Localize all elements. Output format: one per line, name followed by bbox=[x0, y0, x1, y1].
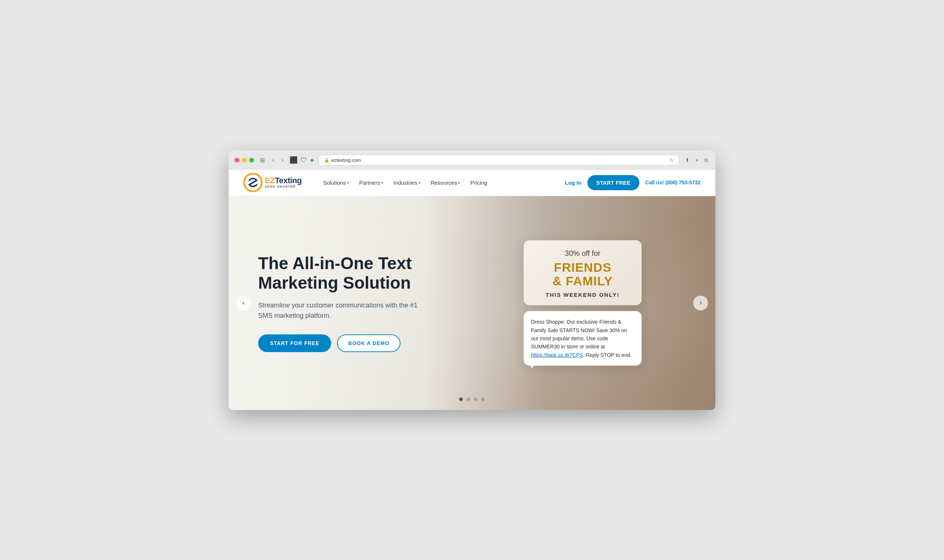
carousel-dots bbox=[459, 397, 485, 401]
hero-subtitle: Streamline your customer communications … bbox=[258, 300, 420, 322]
sms-text-after-link: . Reply STOP to end. bbox=[583, 352, 632, 358]
logo-ez-text: EZTexting bbox=[265, 176, 302, 185]
login-link[interactable]: Log In bbox=[565, 180, 582, 186]
sms-message-bubble: Dress Shoppe: Our exclusive Friends & Fa… bbox=[524, 311, 642, 366]
start-free-hero-button[interactable]: START FOR FREE bbox=[258, 334, 331, 352]
nav-resources[interactable]: Resources ▾ bbox=[427, 177, 464, 189]
new-tab-button[interactable]: + bbox=[694, 156, 700, 164]
carousel-dot-3[interactable] bbox=[474, 397, 477, 401]
carousel-next-button[interactable]: › bbox=[693, 296, 708, 311]
sms-link[interactable]: https://tapit.us.W7CPS bbox=[531, 352, 583, 358]
hero-buttons: START FOR FREE BOOK A DEMO bbox=[258, 334, 420, 352]
hero-content: The All-in-One Text Marketing Solution S… bbox=[229, 232, 450, 374]
nav-call: Call us! (800) 753-5732 bbox=[645, 180, 701, 185]
close-button[interactable] bbox=[234, 158, 239, 163]
promo-friends-family-text: FRIENDS& FAMILY bbox=[531, 260, 634, 288]
nav-links: Solutions ▾ Partners ▾ Industries ▾ Reso… bbox=[319, 177, 553, 189]
partners-chevron-icon: ▾ bbox=[381, 181, 383, 185]
maximize-button[interactable] bbox=[249, 158, 254, 163]
nav-right: Log In START FREE Call us! (800) 753-573… bbox=[565, 175, 701, 190]
sms-preview-area: 30% off for FRIENDS& FAMILY THIS WEEKEND… bbox=[524, 240, 642, 366]
promo-card: 30% off for FRIENDS& FAMILY THIS WEEKEND… bbox=[524, 240, 642, 305]
back-button[interactable]: ‹ bbox=[271, 156, 276, 164]
sms-text-before-link: Dress Shoppe: Our exclusive Friends & Fa… bbox=[531, 319, 627, 349]
extension-icon: ● bbox=[310, 156, 314, 164]
nav-pricing[interactable]: Pricing bbox=[467, 177, 491, 189]
resources-chevron-icon: ▾ bbox=[458, 181, 460, 185]
sidebar-toggle-button[interactable]: ⊞ bbox=[259, 156, 266, 165]
carousel-dot-1[interactable] bbox=[459, 397, 463, 401]
carousel-prev-button[interactable]: ‹ bbox=[236, 296, 251, 311]
promo-card-inner: 30% off for FRIENDS& FAMILY THIS WEEKEND… bbox=[524, 240, 642, 305]
promo-weekend-text: THIS WEEKEND ONLY! bbox=[531, 292, 634, 298]
browser-right-icons: ⬆ + ⧉ bbox=[684, 156, 710, 164]
bookmark-icon: ⬛ bbox=[290, 156, 297, 164]
share-button[interactable]: ⬆ bbox=[684, 156, 691, 164]
industries-chevron-icon: ▾ bbox=[419, 181, 420, 185]
book-demo-button[interactable]: BOOK A DEMO bbox=[337, 334, 400, 352]
tabs-button[interactable]: ⧉ bbox=[703, 156, 710, 164]
navbar: EZTexting SEND SMARTER Solutions ▾ Partn… bbox=[229, 169, 715, 196]
reload-button[interactable]: ↻ bbox=[670, 157, 674, 163]
forward-button[interactable]: › bbox=[280, 156, 285, 164]
page-content: EZTexting SEND SMARTER Solutions ▾ Partn… bbox=[229, 169, 715, 410]
logo-tagline: SEND SMARTER bbox=[265, 185, 302, 189]
promo-30-off-text: 30% off for bbox=[531, 249, 634, 257]
minimize-button[interactable] bbox=[242, 158, 247, 163]
browser-chrome: ⊞ ‹ › ⬛ 🛡 ● 🔒 eztexting.com ↻ ⬆ + ⧉ bbox=[229, 151, 715, 169]
lock-icon: 🔒 bbox=[324, 158, 329, 163]
traffic-lights bbox=[234, 158, 254, 163]
phone-number[interactable]: (800) 753-5732 bbox=[665, 180, 701, 185]
carousel-dot-2[interactable] bbox=[467, 397, 470, 401]
browser-window: ⊞ ‹ › ⬛ 🛡 ● 🔒 eztexting.com ↻ ⬆ + ⧉ bbox=[229, 151, 715, 410]
nav-industries[interactable]: Industries ▾ bbox=[390, 177, 424, 189]
nav-solutions[interactable]: Solutions ▾ bbox=[319, 177, 353, 189]
hero-title: The All-in-One Text Marketing Solution bbox=[258, 254, 420, 293]
start-free-nav-button[interactable]: START FREE bbox=[587, 175, 639, 190]
logo[interactable]: EZTexting SEND SMARTER bbox=[243, 173, 302, 192]
nav-partners[interactable]: Partners ▾ bbox=[356, 177, 387, 189]
url-text: eztexting.com bbox=[331, 157, 361, 163]
carousel-dot-4[interactable] bbox=[481, 397, 485, 401]
logo-icon bbox=[243, 173, 263, 192]
hero-section: ‹ The All-in-One Text Marketing Solution… bbox=[229, 196, 715, 410]
solutions-chevron-icon: ▾ bbox=[347, 181, 349, 185]
address-bar[interactable]: 🔒 eztexting.com ↻ bbox=[319, 155, 679, 166]
shield-icon: 🛡 bbox=[300, 156, 307, 164]
browser-toolbar-icons: ⊞ bbox=[259, 156, 266, 165]
